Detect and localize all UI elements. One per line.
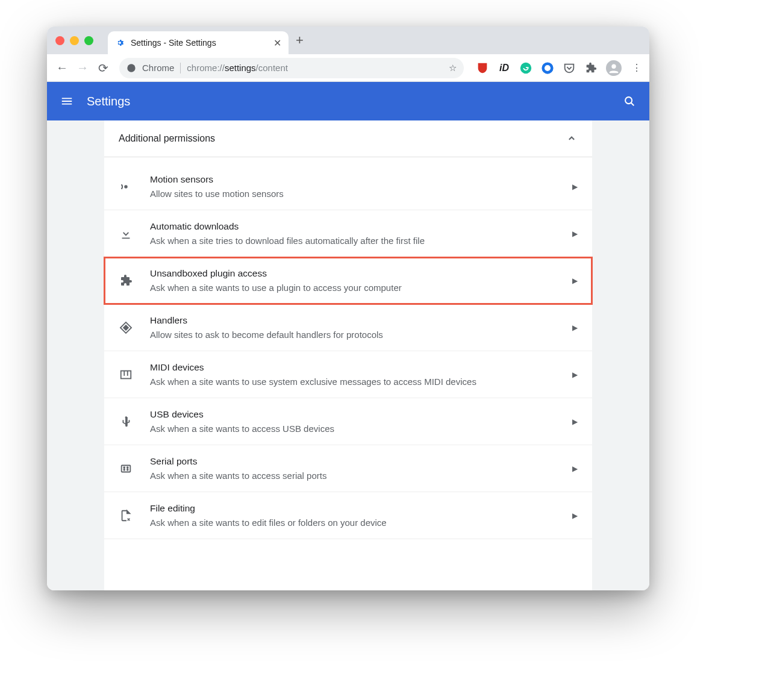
omnibox-separator bbox=[180, 63, 181, 73]
content-area: Additional permissions Motion sensorsAll… bbox=[47, 120, 649, 590]
permission-subtitle: Ask when a site wants to access serial p… bbox=[150, 470, 565, 481]
gear-icon bbox=[115, 38, 125, 48]
permission-title: Serial ports bbox=[150, 456, 565, 467]
origin-label: Chrome bbox=[142, 63, 174, 73]
svg-rect-12 bbox=[122, 465, 131, 472]
pocket-icon[interactable] bbox=[563, 61, 576, 75]
settings-title: Settings bbox=[87, 95, 130, 108]
permission-subtitle: Ask when a site wants to use system excl… bbox=[150, 377, 565, 387]
permission-row-serial-ports[interactable]: Serial portsAsk when a site wants to acc… bbox=[104, 445, 592, 492]
plugin-icon bbox=[119, 273, 133, 288]
motion-sensors-icon bbox=[119, 180, 133, 194]
permission-texts: Motion sensorsAllow sites to use motion … bbox=[150, 174, 565, 199]
permission-row-midi-devices[interactable]: MIDI devicesAsk when a site wants to use… bbox=[104, 351, 592, 398]
browser-toolbar: ← → ⟳ Chrome chrome://settings/content ☆… bbox=[47, 54, 649, 82]
permission-row-motion-sensors[interactable]: Motion sensorsAllow sites to use motion … bbox=[104, 157, 592, 210]
permission-title: Motion sensors bbox=[150, 174, 565, 185]
reload-button[interactable]: ⟳ bbox=[94, 61, 112, 75]
chevron-up-icon bbox=[566, 133, 578, 145]
svg-point-6 bbox=[125, 186, 127, 188]
permission-subtitle: Allow sites to use motion sensors bbox=[150, 189, 565, 199]
chevron-right-icon: ▶ bbox=[572, 370, 578, 379]
close-window-button[interactable] bbox=[55, 36, 64, 45]
svg-rect-9 bbox=[121, 370, 131, 378]
url-text: chrome://settings/content bbox=[187, 63, 288, 73]
permission-texts: HandlersAllow sites to ask to become def… bbox=[150, 315, 565, 340]
chevron-right-icon: ▶ bbox=[572, 511, 578, 520]
permission-subtitle: Allow sites to ask to become default han… bbox=[150, 330, 565, 340]
svg-point-3 bbox=[611, 64, 616, 68]
permission-row-file-editing[interactable]: File editingAsk when a site wants to edi… bbox=[104, 492, 592, 539]
browser-window: Settings - Site Settings ✕ + ← → ⟳ Chrom… bbox=[47, 27, 649, 590]
chevron-right-icon: ▶ bbox=[572, 277, 578, 285]
permission-title: Unsandboxed plugin access bbox=[150, 268, 565, 279]
bookmark-star-icon[interactable]: ☆ bbox=[449, 63, 457, 73]
permission-texts: USB devicesAsk when a site wants to acce… bbox=[150, 409, 565, 434]
extensions-puzzle-icon[interactable] bbox=[584, 61, 598, 75]
address-bar[interactable]: Chrome chrome://settings/content ☆ bbox=[119, 58, 464, 78]
svg-point-16 bbox=[127, 469, 128, 470]
permission-texts: Automatic downloadsAsk when a site tries… bbox=[150, 221, 565, 246]
svg-point-14 bbox=[127, 467, 128, 468]
permission-title: Automatic downloads bbox=[150, 221, 565, 232]
minimize-window-button[interactable] bbox=[70, 36, 79, 45]
grammarly-icon[interactable] bbox=[519, 61, 532, 75]
usb-icon bbox=[119, 414, 133, 429]
profile-avatar[interactable] bbox=[606, 60, 622, 76]
tab-title: Settings - Site Settings bbox=[131, 38, 267, 48]
permission-row-handlers[interactable]: HandlersAllow sites to ask to become def… bbox=[104, 304, 592, 351]
permissions-card: Additional permissions Motion sensorsAll… bbox=[104, 120, 592, 590]
permission-title: File editing bbox=[150, 503, 565, 514]
permission-subtitle: Ask when a site wants to access USB devi… bbox=[150, 423, 565, 434]
chevron-right-icon: ▶ bbox=[572, 183, 578, 191]
chevron-right-icon: ▶ bbox=[572, 464, 578, 473]
permission-subtitle: Ask when a site tries to download files … bbox=[150, 236, 565, 246]
chevron-right-icon: ▶ bbox=[572, 323, 578, 332]
svg-line-5 bbox=[631, 103, 634, 106]
ublock-icon[interactable] bbox=[476, 61, 489, 75]
permission-row-automatic-downloads[interactable]: Automatic downloadsAsk when a site tries… bbox=[104, 210, 592, 257]
new-tab-button[interactable]: + bbox=[296, 33, 304, 48]
permission-row-unsandboxed-plugin-access[interactable]: Unsandboxed plugin accessAsk when a site… bbox=[104, 257, 592, 304]
chrome-lock-icon bbox=[126, 63, 136, 73]
svg-point-13 bbox=[123, 467, 125, 468]
close-tab-button[interactable]: ✕ bbox=[273, 37, 281, 49]
additional-permissions-header[interactable]: Additional permissions bbox=[104, 120, 592, 157]
permission-title: USB devices bbox=[150, 409, 565, 420]
kebab-menu-icon[interactable]: ⋮ bbox=[630, 61, 643, 75]
browser-tab[interactable]: Settings - Site Settings ✕ bbox=[108, 31, 289, 54]
section-title: Additional permissions bbox=[119, 133, 215, 144]
permissions-list: Motion sensorsAllow sites to use motion … bbox=[104, 157, 592, 539]
permission-subtitle: Ask when a site wants to use a plugin to… bbox=[150, 283, 565, 293]
forward-button[interactable]: → bbox=[73, 61, 92, 75]
hamburger-menu-icon[interactable] bbox=[60, 95, 73, 108]
permission-title: Handlers bbox=[150, 315, 565, 326]
serial-icon bbox=[119, 461, 133, 476]
permission-texts: File editingAsk when a site wants to edi… bbox=[150, 503, 565, 528]
search-icon[interactable] bbox=[623, 95, 636, 108]
extension-icons: iD ⋮ bbox=[476, 60, 643, 76]
svg-point-2 bbox=[543, 63, 552, 72]
file-edit-icon bbox=[119, 508, 133, 523]
back-button[interactable]: ← bbox=[53, 61, 71, 75]
chevron-right-icon: ▶ bbox=[572, 417, 578, 426]
svg-point-15 bbox=[123, 469, 125, 470]
titlebar: Settings - Site Settings ✕ + bbox=[47, 27, 649, 54]
permission-title: MIDI devices bbox=[150, 362, 565, 373]
permission-texts: MIDI devicesAsk when a site wants to use… bbox=[150, 362, 565, 387]
handlers-icon bbox=[119, 320, 133, 335]
permission-row-usb-devices[interactable]: USB devicesAsk when a site wants to acce… bbox=[104, 398, 592, 445]
window-controls bbox=[55, 36, 93, 45]
maximize-window-button[interactable] bbox=[84, 36, 93, 45]
svg-point-4 bbox=[625, 97, 632, 104]
svg-rect-8 bbox=[123, 325, 128, 330]
extension-id-icon[interactable]: iD bbox=[498, 61, 511, 75]
settings-header: Settings bbox=[47, 82, 649, 120]
permission-texts: Unsandboxed plugin accessAsk when a site… bbox=[150, 268, 565, 293]
midi-icon bbox=[119, 367, 133, 382]
permission-texts: Serial portsAsk when a site wants to acc… bbox=[150, 456, 565, 481]
download-icon bbox=[119, 227, 133, 241]
extension-ring-icon[interactable] bbox=[541, 61, 554, 75]
chevron-right-icon: ▶ bbox=[572, 230, 578, 238]
svg-point-0 bbox=[127, 64, 135, 72]
